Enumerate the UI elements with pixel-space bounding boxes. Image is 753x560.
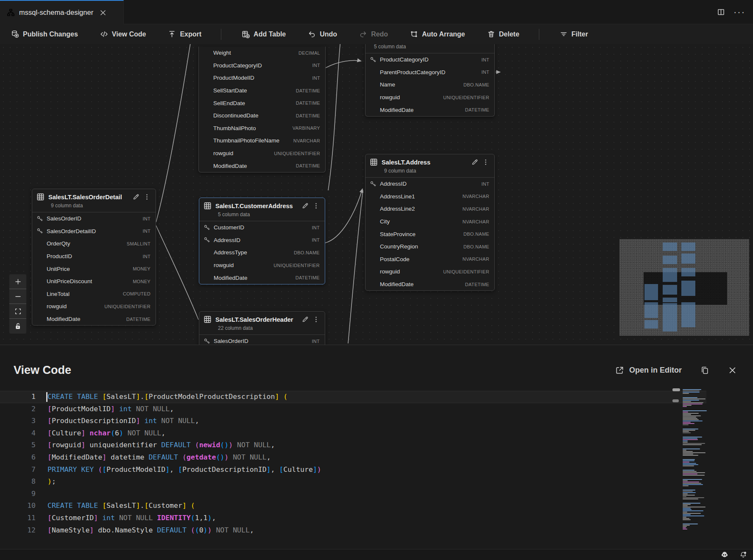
table-column-row[interactable]: CountryRegionDBO.NAME — [365, 240, 494, 253]
table-column-row[interactable]: SellEndDateDATETIME — [199, 97, 325, 109]
column-name: DiscontinuedDate — [213, 112, 296, 119]
edit-table-pencil-icon[interactable] — [471, 159, 478, 166]
tab-label: mssql-schema-designer — [19, 8, 93, 17]
table-column-row[interactable]: SalesOrderIDINT — [199, 335, 325, 345]
edit-table-pencil-icon[interactable] — [132, 193, 139, 201]
minimap-line — [683, 412, 688, 412]
table-column-count: 9 column data — [51, 203, 151, 209]
code-line: 10CREATE TABLE [SalesLT].[Customer] ( — [0, 500, 706, 512]
table-card-customer-address[interactable]: SalesLT.CustomerAddress5 column dataCust… — [199, 198, 325, 284]
line-number: 3 — [0, 415, 36, 427]
split-editor-icon[interactable] — [717, 8, 725, 16]
table-column-row[interactable]: ParentProductCategoryIDINT — [365, 66, 494, 79]
column-type: DECIMAL — [298, 50, 320, 56]
zoom-out-button[interactable] — [9, 289, 26, 304]
notifications-icon[interactable] — [739, 551, 747, 559]
table-column-row[interactable]: AddressTypeDBO.NAME — [199, 246, 325, 259]
table-column-row[interactable]: ModifiedDateDATETIME — [199, 271, 325, 284]
editor-tab-bar: mssql-schema-designer ··· — [0, 0, 753, 24]
table-column-row[interactable]: ProductIDINT — [32, 250, 156, 263]
table-card-product[interactable]: WeightDECIMALProductCategoryIDINTProduct… — [198, 47, 326, 173]
code-minimap[interactable] — [683, 389, 711, 532]
table-menu-kebab-icon[interactable] — [482, 159, 489, 166]
table-column-row[interactable]: ModifiedDateDATETIME — [365, 103, 494, 116]
table-menu-kebab-icon[interactable] — [312, 316, 320, 323]
table-column-row[interactable]: ProductCategoryIDINT — [365, 53, 494, 66]
table-column-row[interactable]: CityNVARCHAR — [365, 215, 494, 228]
table-column-row[interactable]: rowguidUNIQUEIDENTIFIER — [365, 91, 494, 104]
table-column-row[interactable]: rowguidUNIQUEIDENTIFIER — [199, 259, 325, 272]
export-button[interactable]: Export — [168, 30, 201, 38]
minimap-line — [683, 402, 703, 403]
table-column-row[interactable]: rowguidUNIQUEIDENTIFIER — [365, 265, 494, 278]
table-column-row[interactable]: AddressIDINT — [365, 178, 494, 190]
copilot-icon[interactable] — [721, 551, 728, 559]
table-column-row[interactable]: OrderQtySMALLINT — [32, 237, 156, 250]
view-code-button[interactable]: View Code — [100, 30, 146, 38]
minimap-line — [683, 463, 696, 464]
code-text: [ProductModelID] int NOT NULL, — [47, 403, 174, 415]
table-card-sales-order-detail[interactable]: SalesLT.SalesOrderDetail9 column dataSal… — [32, 189, 156, 326]
minimap-line — [683, 485, 689, 486]
minimap-mark — [672, 388, 680, 391]
schema-canvas[interactable]: WeightDECIMALProductCategoryIDINTProduct… — [0, 44, 753, 345]
close-panel-icon[interactable] — [728, 366, 737, 375]
code-line: 8); — [0, 476, 706, 488]
table-column-row[interactable]: ProductModelIDINT — [199, 72, 325, 84]
table-column-row[interactable]: WeightDECIMAL — [199, 47, 325, 59]
table-column-row[interactable]: LineTotalCOMPUTED — [32, 288, 156, 301]
fit-view-button[interactable] — [9, 304, 26, 319]
edit-table-pencil-icon[interactable] — [301, 316, 309, 323]
column-name: ProductModelID — [213, 75, 312, 81]
table-column-row[interactable]: UnitPriceMONEY — [32, 262, 156, 275]
open-in-editor-button[interactable]: Open in Editor — [615, 366, 682, 375]
tab-close-icon[interactable] — [99, 9, 107, 17]
table-column-row[interactable]: NameDBO.NAME — [365, 78, 494, 91]
table-column-row[interactable]: ModifiedDateDATETIME — [365, 278, 494, 291]
lock-toggle-button[interactable] — [9, 319, 26, 334]
table-column-row[interactable]: ThumbnailPhotoFileNameNVARCHAR — [199, 134, 325, 147]
table-card-sales-order-header[interactable]: SalesLT.SalesOrderHeader22 column dataSa… — [199, 311, 325, 345]
redo-button: Redo — [359, 30, 388, 38]
table-column-row[interactable]: AddressIDINT — [199, 234, 325, 247]
table-column-count: 5 column data — [374, 44, 489, 50]
canvas-minimap[interactable] — [619, 239, 749, 336]
tab-mssql-schema-designer[interactable]: mssql-schema-designer — [0, 0, 124, 24]
column-name: AddressID — [214, 237, 312, 243]
table-column-row[interactable]: AddressLine2NVARCHAR — [365, 203, 494, 215]
publish-changes-button[interactable]: Publish Changes — [11, 30, 78, 38]
filter-button[interactable]: Filter — [560, 30, 588, 38]
undo-button[interactable]: Undo — [308, 30, 337, 38]
minimap-line — [683, 444, 702, 445]
table-column-row[interactable]: rowguidUNIQUEIDENTIFIER — [32, 300, 156, 313]
table-column-row[interactable]: rowguidUNIQUEIDENTIFIER — [199, 147, 325, 160]
table-grid-icon — [204, 202, 212, 210]
edit-table-pencil-icon[interactable] — [301, 202, 309, 209]
table-column-row[interactable]: PostalCodeNVARCHAR — [365, 253, 494, 266]
zoom-in-button[interactable] — [9, 274, 26, 289]
copy-icon[interactable] — [700, 366, 709, 375]
table-card-address[interactable]: SalesLT.Address9 column dataAddressIDINT… — [365, 154, 495, 291]
table-column-row[interactable]: StateProvinceDBO.NAME — [365, 228, 494, 240]
table-column-row[interactable]: ThumbNailPhotoVARBINARY — [199, 122, 325, 135]
table-menu-kebab-icon[interactable] — [143, 193, 151, 201]
table-column-row[interactable]: SalesOrderIDINT — [32, 212, 156, 225]
table-column-row[interactable]: ProductCategoryIDINT — [199, 59, 325, 72]
table-column-row[interactable]: DiscontinuedDateDATETIME — [199, 109, 325, 122]
add-table-button[interactable]: Add Table — [242, 30, 286, 38]
table-card-product-category[interactable]: 5 column dataProductCategoryIDINTParentP… — [365, 44, 495, 117]
table-column-row[interactable]: ModifiedDateDATETIME — [199, 159, 325, 172]
more-actions-icon[interactable]: ··· — [733, 10, 745, 14]
table-column-row[interactable]: AddressLine1NVARCHAR — [365, 190, 494, 203]
table-column-row[interactable]: UnitPriceDiscountMONEY — [32, 275, 156, 288]
table-column-row[interactable]: ModifiedDateDATETIME — [32, 313, 156, 326]
table-column-row[interactable]: SellStartDateDATETIME — [199, 84, 325, 97]
sql-code-viewer[interactable]: 1CREATE TABLE [SalesLT].[ProductModelPro… — [0, 391, 706, 534]
table-menu-kebab-icon[interactable] — [312, 202, 320, 209]
auto-arrange-button[interactable]: Auto Arrange — [410, 30, 465, 38]
table-column-row[interactable]: SalesOrderDetailIDINT — [32, 225, 156, 238]
minimap-line — [683, 414, 691, 415]
delete-button[interactable]: Delete — [487, 30, 519, 38]
table-column-row[interactable]: CustomerIDINT — [199, 221, 325, 234]
minimap-line — [683, 431, 689, 432]
